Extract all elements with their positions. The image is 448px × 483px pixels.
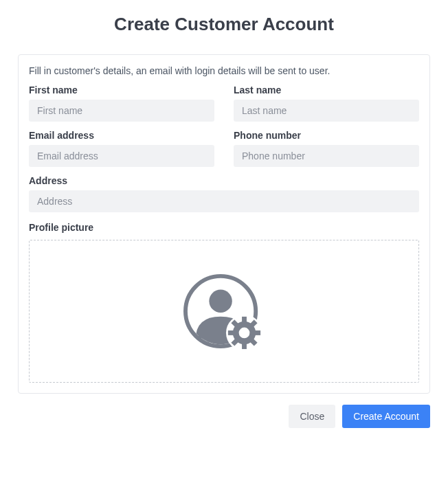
svg-point-1 <box>209 290 232 313</box>
first-name-input[interactable] <box>29 100 214 122</box>
footer-actions: Close Create Account <box>18 405 430 428</box>
row-name: First name Last name <box>29 85 419 122</box>
label-email: Email address <box>29 130 214 141</box>
field-phone: Phone number <box>234 130 419 167</box>
avatar-gear-icon <box>183 270 265 352</box>
form-card: Fill in customer's details, an email wit… <box>18 54 430 394</box>
page-title: Create Customer Account <box>18 14 430 35</box>
label-phone: Phone number <box>234 130 419 141</box>
close-button[interactable]: Close <box>289 405 335 428</box>
email-input[interactable] <box>29 145 214 167</box>
profile-picture-section: Profile picture <box>29 222 419 383</box>
last-name-input[interactable] <box>234 100 419 122</box>
create-account-button[interactable]: Create Account <box>342 405 430 428</box>
row-contact: Email address Phone number <box>29 130 419 167</box>
field-first-name: First name <box>29 85 214 122</box>
form-description: Fill in customer's details, an email wit… <box>29 65 419 76</box>
label-first-name: First name <box>29 85 214 96</box>
svg-point-6 <box>239 328 250 339</box>
profile-picture-dropzone[interactable] <box>29 240 419 383</box>
field-email: Email address <box>29 130 214 167</box>
label-address: Address <box>29 175 419 186</box>
label-profile-picture: Profile picture <box>29 222 419 233</box>
phone-input[interactable] <box>234 145 419 167</box>
field-address: Address <box>29 175 419 212</box>
address-input[interactable] <box>29 190 419 212</box>
field-last-name: Last name <box>234 85 419 122</box>
label-last-name: Last name <box>234 85 419 96</box>
